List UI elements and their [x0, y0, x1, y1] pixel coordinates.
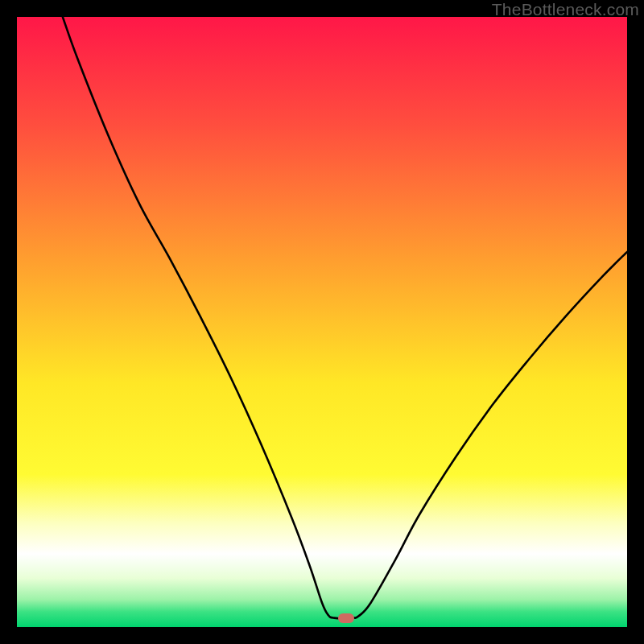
chart-frame: TheBottleneck.com — [0, 0, 644, 644]
chart-plot — [17, 17, 627, 627]
watermark-label: TheBottleneck.com — [492, 0, 639, 19]
optimal-marker — [338, 613, 354, 623]
chart-background — [17, 17, 627, 627]
